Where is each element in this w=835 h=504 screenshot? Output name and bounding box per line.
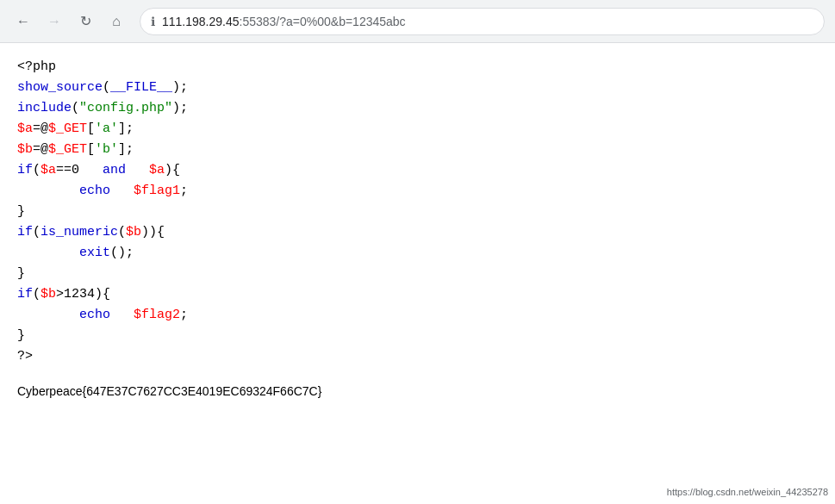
url-display: 111.198.29.45:55383/?a=0%00&b=12345abc [162,15,406,28]
reload-button[interactable]: ↻ [72,9,98,34]
content-area: <?php show_source(__FILE__); include("co… [0,43,835,412]
home-button[interactable]: ⌂ [103,9,129,34]
code-line-1: <?php [17,57,818,78]
nav-buttons: ← → ↻ ⌂ [10,9,129,34]
code-line-10: exit(); [17,243,818,264]
browser-chrome: ← → ↻ ⌂ ℹ 111.198.29.45:55383/?a=0%00&b=… [0,0,835,43]
code-line-4: $a=@$_GET['a']; [17,119,818,140]
code-line-2: show_source(__FILE__); [17,78,818,98]
url-host: 111.198.29.45 [162,15,240,28]
code-line-9: if(is_numeric($b)){ [17,222,818,243]
code-line-11: } [17,264,818,284]
cyberpeace-text: Cyberpeace{647E37C7627CC3E4019EC69324F66… [17,384,818,398]
code-block: <?php show_source(__FILE__); include("co… [17,57,818,367]
code-line-6: if($a==0 and $a){ [17,160,818,181]
back-button[interactable]: ← [10,9,36,34]
code-line-12: if($b>1234){ [17,284,818,305]
code-line-3: include("config.php"); [17,98,818,119]
code-line-14: } [17,326,818,346]
code-line-7: echo $flag1; [17,181,818,202]
code-line-13: echo $flag2; [17,305,818,326]
code-line-15: ?> [17,346,818,367]
code-line-5: $b=@$_GET['b']; [17,140,818,160]
code-line-8: } [17,202,818,222]
forward-button[interactable]: → [41,9,67,34]
url-path: :55383/?a=0%00&b=12345abc [240,15,406,28]
footer-link: https://blog.csdn.net/weixin_44235278 [667,487,828,497]
address-bar[interactable]: ℹ 111.198.29.45:55383/?a=0%00&b=12345abc [140,8,825,35]
info-icon: ℹ [151,15,155,28]
